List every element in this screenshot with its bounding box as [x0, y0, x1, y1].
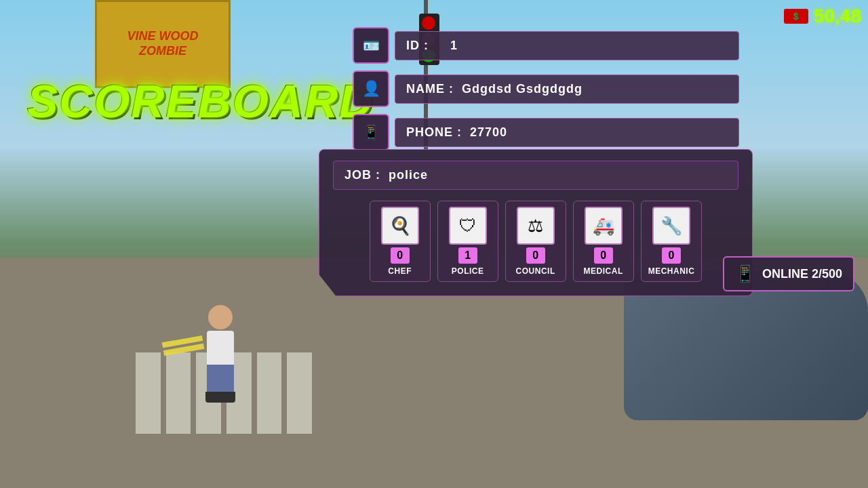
job-label-police: POLICE	[452, 266, 484, 276]
job-icon-mechanic: 🔧	[652, 207, 690, 245]
phone-field: PHONE : 27700	[395, 118, 739, 147]
job-card-chef: 🍳 0 CHEF	[370, 201, 431, 282]
job-icon-medical: 🚑	[585, 207, 623, 245]
hud: 💲 50,48	[784, 5, 861, 27]
id-field: ID : 1	[395, 31, 739, 60]
job-panel: JOB : police 🍳 0 CHEF 🛡 1 POLICE ⚖ 0 COU…	[319, 149, 753, 296]
job-icon-police: 🛡	[449, 207, 487, 245]
job-label-medical: MEDICAL	[584, 266, 623, 276]
hud-money: 50,48	[814, 5, 861, 27]
job-card-council: ⚖ 0 COUNCIL	[505, 201, 566, 282]
hud-icon: 💲	[784, 9, 808, 24]
job-count-chef: 0	[391, 247, 410, 264]
job-field: JOB : police	[333, 161, 738, 190]
job-card-police: 🛡 1 POLICE	[437, 201, 498, 282]
id-row: 🪪 ID : 1	[353, 27, 739, 64]
scoreboard-panel: 🪪 ID : 1 👤 NAME : Gdgdsd Gsdgdgdg 📱 PHON…	[353, 27, 739, 157]
online-indicator: 📱 ONLINE 2/500	[723, 256, 854, 291]
jobs-grid: 🍳 0 CHEF 🛡 1 POLICE ⚖ 0 COUNCIL 🚑 0 MEDI…	[333, 201, 738, 282]
job-count-mechanic: 0	[662, 247, 681, 264]
job-icon-council: ⚖	[517, 207, 555, 245]
player-character	[200, 305, 241, 400]
name-field: NAME : Gdgdsd Gsdgdgdg	[395, 75, 739, 104]
job-card-mechanic: 🔧 0 MECHANIC	[641, 201, 703, 282]
phone-row: 📱 PHONE : 27700	[353, 114, 739, 150]
job-count-council: 0	[526, 247, 545, 264]
job-count-police: 1	[458, 247, 477, 264]
job-icon-chef: 🍳	[381, 207, 419, 245]
job-card-medical: 🚑 0 MEDICAL	[573, 201, 634, 282]
online-text: ONLINE 2/500	[762, 267, 842, 281]
id-icon: 🪪	[353, 27, 389, 64]
online-phone-icon: 📱	[735, 264, 755, 283]
job-label-mechanic: MECHANIC	[648, 266, 695, 276]
job-count-medical: 0	[594, 247, 613, 264]
phone-icon: 📱	[353, 114, 389, 150]
job-label-council: COUNCIL	[516, 266, 555, 276]
name-row: 👤 NAME : Gdgdsd Gsdgdgdg	[353, 70, 739, 107]
scoreboard-title: SCOREBOARD	[27, 75, 374, 127]
name-icon: 👤	[353, 70, 389, 107]
job-label-chef: CHEF	[388, 266, 412, 276]
